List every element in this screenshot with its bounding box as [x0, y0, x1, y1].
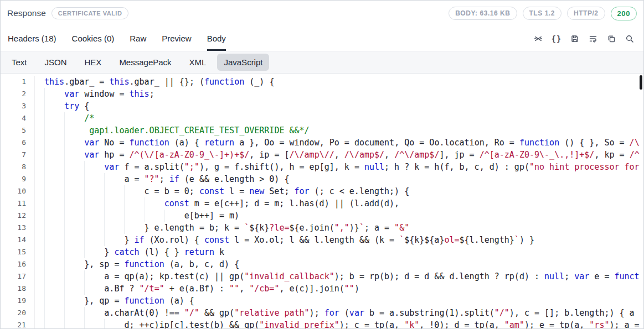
indent-guide: [44, 210, 64, 222]
code-line[interactable]: }, sp = function (a, b, c, d) {: [44, 258, 643, 270]
line-number: 7: [1, 149, 34, 161]
indent-guide: [84, 161, 104, 173]
code-line[interactable]: var hp = /^(\/[a-zA-Z0-9_\-]+)+$/, ip = …: [44, 149, 643, 161]
status-badge-200: 200: [611, 7, 637, 20]
code-line[interactable]: } if (Xo.rol) { const l = Xo.ol; l && l.…: [44, 234, 643, 246]
line-number: 11: [1, 197, 34, 210]
indent-guide: [145, 197, 164, 210]
line-number: 20: [1, 307, 34, 319]
body-tab-messagepack[interactable]: MessagePack: [112, 54, 178, 71]
code-line[interactable]: var f = a.split(";"), g = f.shift(), h =…: [44, 161, 643, 173]
line-number: 21: [1, 319, 34, 328]
indent-guide: [64, 197, 84, 210]
code-line[interactable]: /*: [44, 112, 643, 124]
indent-guide: [64, 112, 84, 124]
scrollbar-thumb[interactable]: [640, 75, 642, 90]
indent-guide: [104, 197, 124, 210]
word-wrap-button[interactable]: [586, 32, 600, 46]
body-tab-text[interactable]: Text: [5, 54, 34, 71]
tab-raw[interactable]: Raw: [130, 26, 146, 51]
indent-guide: [44, 319, 64, 328]
indent-guide: [84, 319, 104, 328]
response-tabs-bar: Headers (18)Cookies (0)RawPreviewBody {}: [1, 26, 643, 51]
line-number: 5: [1, 124, 34, 137]
copy-icon: [607, 34, 616, 43]
status-badge-tls-1-2: TLS 1.2: [523, 7, 561, 20]
body-tab-json[interactable]: JSON: [38, 54, 74, 71]
indent-guide: [64, 210, 84, 222]
code-line[interactable]: d; ++c)ip[c].test(b) && gp("invalid pref…: [44, 319, 643, 328]
code-line[interactable]: a.Bf ? "/t=" + e(a.Bf) : "", "/cb=", e(c…: [44, 283, 643, 295]
tab-preview[interactable]: Preview: [162, 26, 191, 51]
line-number: 10: [1, 185, 34, 197]
code-line[interactable]: const m = e[c++]; d = m; l.has(d) || (l.…: [44, 197, 643, 210]
body-tab-hex[interactable]: HEX: [78, 54, 109, 71]
tab-headers-18[interactable]: Headers (18): [8, 26, 56, 51]
body-tab-javascript[interactable]: JavaScript: [217, 54, 269, 71]
line-number: 2: [1, 88, 34, 100]
indent-guide: [104, 222, 124, 234]
response-toolbar: {}: [531, 26, 637, 51]
search-icon: [625, 34, 634, 43]
line-number: 12: [1, 210, 34, 222]
word-wrap-icon: [589, 34, 597, 43]
indent-guide: [44, 222, 64, 234]
indent-guide: [104, 185, 124, 197]
indent-guide: [64, 234, 84, 246]
tab-cookies-0[interactable]: Cookies (0): [72, 26, 115, 51]
indent-guide: [124, 197, 144, 210]
code-line[interactable]: try {: [44, 100, 643, 112]
line-number: 16: [1, 258, 34, 270]
code-line[interactable]: } catch (l) { } return k: [44, 246, 643, 258]
code-line[interactable]: a = "?"; if (e && e.length > 0) {: [44, 173, 643, 185]
indent-guide: [84, 234, 104, 246]
code-line[interactable]: c = b = 0; const l = new Set; for (; c <…: [44, 185, 643, 197]
indent-guide: [44, 246, 64, 258]
save-button[interactable]: [568, 32, 582, 46]
indent-guide: [44, 283, 64, 295]
code-line[interactable]: this.gbar_ = this.gbar_ || {}; (function…: [44, 76, 643, 88]
indent-guide: [84, 185, 104, 197]
body-format-tabs: TextJSONHEXMessagePackXMLJavaScript: [5, 54, 274, 71]
copy-button[interactable]: [604, 32, 619, 46]
braces-button[interactable]: {}: [549, 32, 564, 46]
page-title: Response: [7, 8, 46, 18]
indent-guide: [64, 137, 84, 149]
line-number: 1: [1, 76, 34, 88]
body-format-bar: TextJSONHEXMessagePackXMLJavaScript: [1, 51, 643, 74]
indent-guide: [44, 197, 64, 210]
indent-guide: [64, 283, 84, 295]
indent-guide: [64, 307, 84, 319]
code-line[interactable]: }, qp = function (a) {: [44, 295, 643, 307]
indent-guide: [44, 173, 64, 185]
code-line[interactable]: e[b++] = m): [44, 210, 643, 222]
line-number: 14: [1, 234, 34, 246]
code-editor[interactable]: 123456789101112131415161718192021 this.g…: [1, 74, 643, 328]
indent-guide: [44, 307, 64, 319]
code-line[interactable]: var No = function (a) { return a }, Oo =…: [44, 137, 643, 149]
indent-guide: [44, 137, 64, 149]
search-button[interactable]: [622, 32, 637, 46]
indent-guide: [84, 222, 104, 234]
line-number: 9: [1, 173, 34, 185]
code-line[interactable]: } e.length = b; k = `${k}?le=${e.join(",…: [44, 222, 643, 234]
line-number: 18: [1, 283, 34, 295]
line-number: 19: [1, 295, 34, 307]
tab-body[interactable]: Body: [207, 26, 226, 51]
indent-guide: [145, 210, 164, 222]
indent-guide: [64, 161, 84, 173]
cut-icon: [534, 34, 543, 43]
code-content[interactable]: this.gbar_ = this.gbar_ || {}; (function…: [35, 76, 643, 328]
code-line[interactable]: a.charAt(0) !== "/" && gp("relative path…: [44, 307, 643, 319]
body-tab-xml[interactable]: XML: [183, 54, 213, 71]
line-number: 8: [1, 161, 34, 173]
line-number: 6: [1, 137, 34, 149]
cut-button[interactable]: [531, 32, 545, 46]
line-number: 4: [1, 112, 34, 124]
indent-guide: [64, 270, 84, 283]
code-line[interactable]: a = qp(a); kp.test(c) || gp("invalid_cal…: [44, 270, 643, 283]
certificate-badge: CERTIFICATE VALID: [51, 7, 129, 19]
indent-guide: [124, 210, 144, 222]
code-line[interactable]: gapi.loader.OBJECT_CREATE_TEST_OVERRIDE …: [44, 124, 643, 137]
code-line[interactable]: var window = this;: [44, 88, 643, 100]
